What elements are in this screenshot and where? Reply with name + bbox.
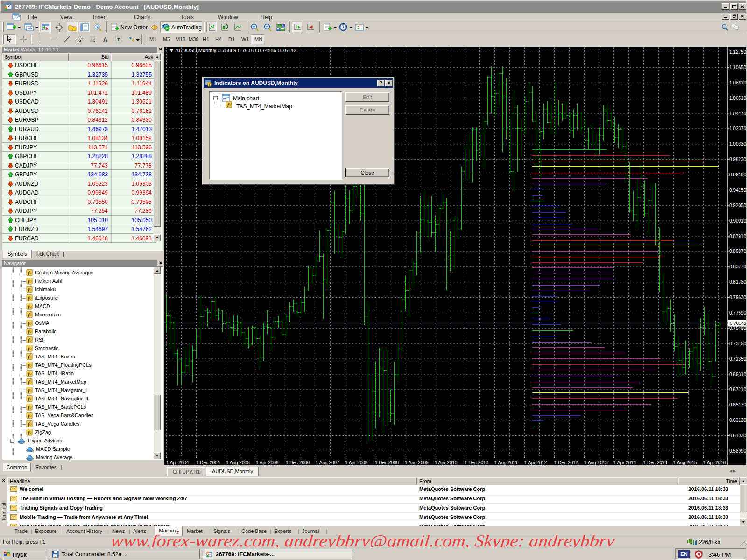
- svg-text:0.69310: 0.69310: [729, 372, 746, 377]
- svg-text:0.71350: 0.71350: [729, 357, 746, 362]
- svg-text:0.98230: 0.98230: [729, 157, 746, 162]
- svg-text:1 Dec 2010: 1 Dec 2010: [465, 460, 489, 465]
- svg-text:0.85870: 0.85870: [729, 249, 746, 254]
- svg-text:0.58990: 0.58990: [729, 448, 746, 454]
- svg-text:0.73450: 0.73450: [729, 341, 746, 346]
- svg-text:1 Aug 2015: 1 Aug 2015: [673, 460, 697, 465]
- svg-text:0.77590: 0.77590: [729, 310, 746, 315]
- svg-text:0.94150: 0.94150: [729, 188, 746, 193]
- svg-text:0.90010: 0.90010: [729, 218, 746, 224]
- svg-text:1 Apr 2006: 1 Apr 2006: [256, 460, 279, 465]
- svg-text:0.81730: 0.81730: [729, 280, 746, 285]
- svg-text:▼ AUDUSD,Monthly 0.75869 0.76: ▼ AUDUSD,Monthly 0.75869 0.76183 0.74886…: [169, 48, 296, 53]
- svg-text:Terminal: Terminal: [1, 503, 7, 521]
- svg-text:1 Aug 2007: 1 Aug 2007: [316, 460, 339, 465]
- svg-text:1 Dec 2008: 1 Dec 2008: [375, 460, 399, 465]
- svg-text:1 Aug 2013: 1 Aug 2013: [584, 460, 608, 465]
- svg-text:1 Apr 2010: 1 Apr 2010: [435, 460, 458, 465]
- svg-text:1.06510: 1.06510: [729, 96, 746, 101]
- svg-text:1 Dec 2004: 1 Dec 2004: [196, 460, 220, 465]
- svg-text:T: T: [117, 37, 120, 42]
- svg-text:F: F: [94, 40, 96, 43]
- svg-text:1 Apr 2016: 1 Apr 2016: [703, 460, 726, 465]
- svg-text:0.87910: 0.87910: [729, 234, 746, 239]
- svg-text:1 Apr 2008: 1 Apr 2008: [345, 460, 368, 465]
- svg-text:1.12750: 1.12750: [729, 49, 746, 55]
- svg-text:1 Apr 2004: 1 Apr 2004: [166, 460, 189, 465]
- svg-text:0.63130: 0.63130: [729, 418, 746, 423]
- svg-text:1.02370: 1.02370: [729, 126, 746, 131]
- svg-text:1.04470: 1.04470: [729, 111, 746, 116]
- svg-text:1 Dec 2012: 1 Dec 2012: [554, 460, 578, 465]
- svg-text:1 Aug 2011: 1 Aug 2011: [494, 460, 518, 465]
- svg-text:1.08610: 1.08610: [729, 80, 746, 85]
- svg-text:1.00330: 1.00330: [729, 141, 746, 147]
- svg-text:0.61030: 0.61030: [729, 433, 746, 438]
- svg-text:1 Aug 2009: 1 Aug 2009: [405, 460, 429, 465]
- svg-text:0.67210: 0.67210: [729, 387, 746, 392]
- svg-text:1 Aug 2005: 1 Aug 2005: [226, 460, 250, 465]
- svg-text:1.10650: 1.10650: [729, 65, 746, 70]
- svg-text:0.96190: 0.96190: [729, 172, 746, 177]
- svg-text:0.83770: 0.83770: [729, 264, 746, 269]
- svg-text:1 Dec 2014: 1 Dec 2014: [643, 460, 668, 465]
- svg-text:E: E: [80, 39, 82, 42]
- svg-text:1 Apr 2014: 1 Apr 2014: [613, 460, 636, 465]
- svg-text:1 Apr 2012: 1 Apr 2012: [524, 460, 547, 465]
- svg-text:0.76142: 0.76142: [730, 321, 746, 326]
- svg-text:0.65170: 0.65170: [729, 402, 746, 407]
- svg-text:1 Dec 2006: 1 Dec 2006: [286, 460, 310, 465]
- svg-text:0.79630: 0.79630: [729, 295, 746, 300]
- svg-text:0.92050: 0.92050: [729, 203, 746, 208]
